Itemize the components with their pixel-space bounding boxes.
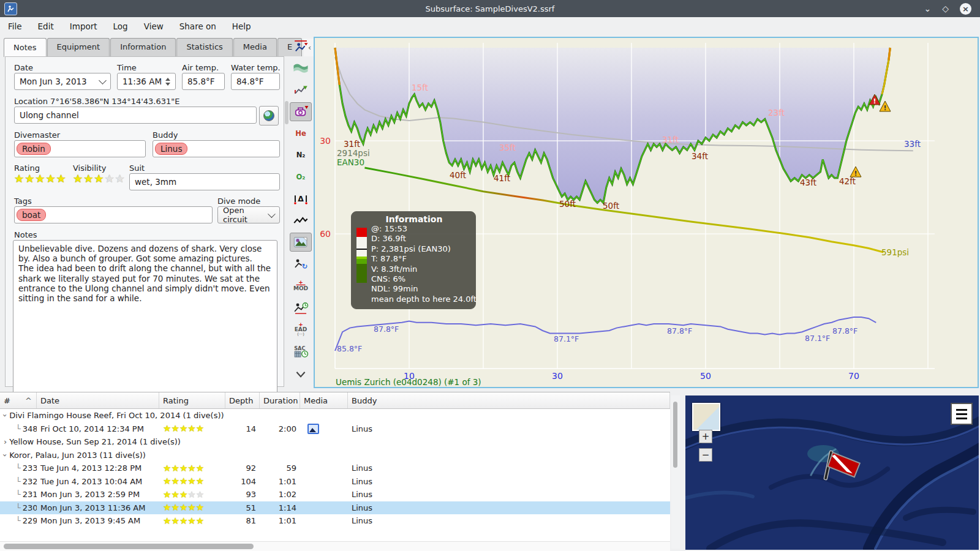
buddy-input[interactable]: Linus — [153, 140, 280, 157]
rating-stars[interactable]: ★★★★★ — [14, 172, 67, 185]
collapse-caret-icon[interactable]: › — [1, 454, 10, 457]
tab-notes[interactable]: Notes — [4, 38, 47, 57]
collapse-caret-icon[interactable]: › — [1, 414, 10, 417]
maximize-button[interactable]: ◇ — [942, 4, 949, 13]
dive-row[interactable]: └232Tue Jun 4, 2013 10:04 AM★★★★★1041:01… — [0, 475, 670, 489]
airtemp-field[interactable]: 85.8°F — [182, 73, 225, 90]
geolocation-button[interactable] — [259, 106, 279, 126]
column-header-num[interactable]: # ^ — [0, 392, 37, 408]
dive-row[interactable]: └233Tue Jun 4, 2013 12:28 PM★★★★★9259Lin… — [0, 462, 670, 475]
ruler-icon[interactable]: Δ — [290, 189, 312, 208]
buddy-tag[interactable]: Linus — [155, 143, 187, 155]
star-1[interactable]: ★ — [14, 172, 24, 185]
column-header-buddy[interactable]: Buddy — [348, 392, 670, 408]
star-1[interactable]: ★ — [73, 172, 83, 185]
vscroll-thumb[interactable] — [673, 402, 677, 468]
dive-row[interactable]: └229Mon Jun 3, 2013 9:45 AM★★★★★811:01Li… — [0, 514, 670, 528]
pp-o2-icon[interactable]: O₂ — [290, 168, 312, 187]
column-header-date[interactable]: Date — [37, 392, 159, 408]
suit-input[interactable]: wet, 3mm — [129, 173, 280, 190]
star-4[interactable]: ★ — [104, 172, 115, 185]
date-combobox[interactable]: Mon Jun 3, 2013 — [14, 73, 111, 90]
divemode-select[interactable]: Open circuit — [217, 206, 280, 223]
close-button[interactable]: × — [960, 3, 971, 15]
trip-row[interactable]: ›Divi Flamingo House Reef, Fri Oct 10, 2… — [0, 409, 670, 422]
photos-icon[interactable] — [290, 233, 312, 252]
menu-import[interactable]: Import — [62, 19, 105, 34]
dive-row[interactable]: └231Mon Jun 3, 2013 2:59 PM★★★★★931:02Li… — [0, 488, 670, 501]
map-menu-button[interactable] — [951, 403, 973, 425]
divemaster-tag[interactable]: Robin — [17, 143, 51, 155]
dive-number: 229 — [23, 516, 37, 525]
minimize-button[interactable]: ⌄ — [924, 4, 931, 13]
watertemp-field[interactable]: 84.8°F — [231, 73, 280, 90]
star-3[interactable]: ★ — [94, 172, 104, 185]
globe-icon — [263, 110, 274, 121]
dive-buddy: Linus — [348, 490, 670, 499]
tab-equipment[interactable]: Equipment — [47, 38, 110, 56]
star-2: ★ — [171, 515, 179, 527]
dive-row[interactable]: └348Fri Oct 10, 2014 12:34 PM★★★★★142:00… — [0, 422, 670, 436]
star-2[interactable]: ★ — [24, 172, 35, 185]
column-header-depth[interactable]: Depth — [225, 392, 260, 408]
dc-ceiling-icon[interactable] — [290, 37, 312, 56]
yellow-warning-icon[interactable]: ! — [850, 167, 861, 178]
pp-n2-icon[interactable]: N₂ — [290, 146, 312, 165]
tree-connector: └ — [16, 490, 21, 499]
svg-text:MOD: MOD — [293, 285, 309, 291]
media-thumbnail-icon[interactable] — [307, 424, 319, 434]
expand-caret-icon[interactable]: › — [4, 437, 7, 446]
location-input[interactable]: Ulong channel — [14, 107, 257, 124]
tissues-icon[interactable] — [290, 80, 312, 99]
menu-log[interactable]: Log — [105, 19, 136, 34]
star-2[interactable]: ★ — [83, 172, 94, 185]
collapse-chevron-icon[interactable] — [290, 364, 312, 383]
tab-statistics[interactable]: Statistics — [176, 38, 232, 56]
ead-icon[interactable]: +EAD(···) — [290, 320, 312, 339]
map-overview-thumbnail[interactable] — [692, 403, 720, 431]
svg-text:He: He — [295, 129, 306, 138]
depth-label: 15ft — [412, 83, 428, 92]
dive-list-vscrollbar[interactable] — [671, 395, 680, 549]
column-header-duration[interactable]: Duration — [260, 392, 300, 408]
star-5[interactable]: ★ — [56, 172, 67, 185]
setpoint-events-icon[interactable] — [290, 102, 312, 121]
menu-edit[interactable]: Edit — [30, 19, 62, 34]
tag-boat[interactable]: boat — [17, 209, 46, 221]
dive-site-map[interactable]: + − — [685, 395, 979, 550]
divemode-label: Dive mode — [217, 197, 260, 206]
trip-row[interactable]: ›Yellow House, Sun Sep 21, 2014 (1 dive(… — [0, 435, 670, 449]
column-header-media[interactable]: Media — [300, 392, 348, 408]
heart-rate-icon[interactable] — [290, 211, 312, 230]
column-header-rating[interactable]: Rating — [159, 392, 225, 408]
dive-list-hscrollbar[interactable] — [0, 541, 670, 551]
spinner-arrows-icon[interactable] — [165, 78, 170, 86]
dive-row[interactable]: └230Mon Jun 3, 2013 11:36 AM★★★★★511:14L… — [0, 501, 670, 515]
divemaster-input[interactable]: Robin — [14, 140, 146, 157]
visibility-stars[interactable]: ★★★★★ — [73, 172, 126, 185]
star-3[interactable]: ★ — [35, 172, 45, 185]
star-4[interactable]: ★ — [45, 172, 56, 185]
map-zoom-in-button[interactable]: + — [699, 430, 712, 443]
sac-icon[interactable]: SAC — [290, 342, 312, 361]
menu-view[interactable]: View — [136, 19, 172, 34]
tab-information[interactable]: Information — [110, 38, 176, 56]
map-zoom-out-button[interactable]: − — [699, 448, 712, 462]
tags-input[interactable]: boat — [14, 206, 213, 223]
star-5[interactable]: ★ — [115, 172, 126, 185]
tree-connector: └ — [16, 503, 21, 512]
yellow-warning-icon[interactable]: ! — [880, 101, 891, 112]
calculated-ceiling-icon[interactable] — [290, 59, 312, 78]
trip-row[interactable]: ›Koror, Palau, Jun 2013 (11 dive(s)) — [0, 449, 670, 462]
title-bar[interactable]: Subsurface: SampleDivesV2.ssrf ⌄ ◇ × — [0, 0, 980, 17]
pp-he-icon[interactable]: He — [290, 124, 312, 143]
tab-media[interactable]: Media — [233, 38, 277, 56]
menu-share-on[interactable]: Share on — [172, 19, 224, 34]
time-spinbox[interactable]: 11:36 AM — [117, 73, 176, 90]
menu-help[interactable]: Help — [224, 19, 259, 34]
deco-time-icon[interactable] — [290, 298, 312, 317]
menu-file[interactable]: File — [0, 19, 30, 34]
dive-mode-icon[interactable]: ↻ — [290, 255, 312, 274]
mod-icon[interactable]: +MOD — [290, 277, 312, 296]
hscroll-thumb[interactable] — [4, 544, 254, 549]
